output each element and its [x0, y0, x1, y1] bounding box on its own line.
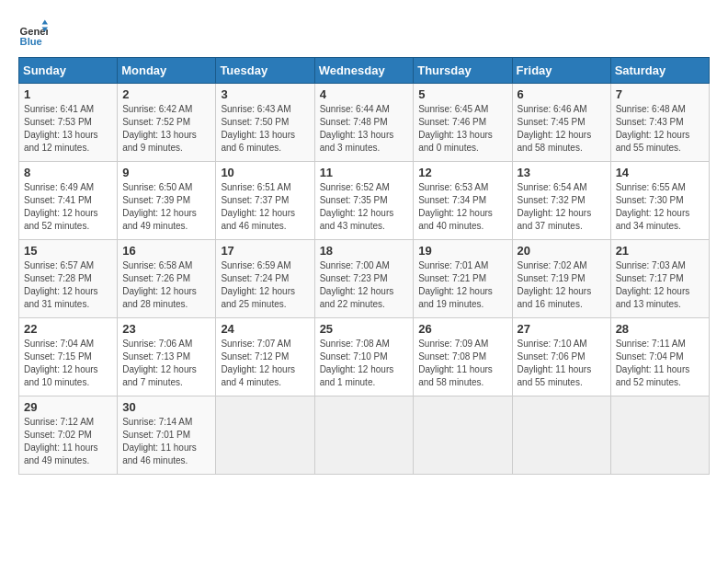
calendar-cell: 2Sunrise: 6:42 AMSunset: 7:52 PMDaylight…	[118, 84, 216, 162]
day-info: Sunrise: 6:49 AMSunset: 7:41 PMDaylight:…	[24, 181, 112, 233]
day-info: Sunrise: 6:52 AMSunset: 7:35 PMDaylight:…	[320, 181, 409, 233]
calendar-cell: 11Sunrise: 6:52 AMSunset: 7:35 PMDayligh…	[314, 162, 414, 240]
calendar-cell: 10Sunrise: 6:51 AMSunset: 7:37 PMDayligh…	[216, 162, 314, 240]
day-number: 26	[418, 322, 506, 336]
calendar-cell: 5Sunrise: 6:45 AMSunset: 7:46 PMDaylight…	[414, 84, 512, 162]
weekday-header-sunday: Sunday	[19, 58, 118, 84]
day-info: Sunrise: 6:54 AMSunset: 7:32 PMDaylight:…	[518, 181, 606, 233]
day-info: Sunrise: 6:45 AMSunset: 7:46 PMDaylight:…	[418, 103, 506, 155]
calendar-cell	[610, 396, 709, 475]
day-info: Sunrise: 6:44 AMSunset: 7:48 PMDaylight:…	[320, 103, 409, 155]
day-number: 21	[616, 244, 704, 258]
weekday-header-thursday: Thursday	[414, 58, 512, 84]
calendar-cell: 29Sunrise: 7:12 AMSunset: 7:02 PMDayligh…	[19, 396, 118, 475]
day-info: Sunrise: 6:55 AMSunset: 7:30 PMDaylight:…	[616, 181, 704, 233]
day-number: 9	[122, 166, 210, 179]
day-number: 1	[24, 87, 112, 101]
day-info: Sunrise: 6:42 AMSunset: 7:52 PMDaylight:…	[122, 103, 210, 155]
day-number: 27	[518, 322, 606, 336]
day-info: Sunrise: 6:53 AMSunset: 7:34 PMDaylight:…	[418, 181, 506, 233]
calendar-table: SundayMondayTuesdayWednesdayThursdayFrid…	[18, 57, 710, 475]
day-info: Sunrise: 6:43 AMSunset: 7:50 PMDaylight:…	[221, 103, 309, 155]
day-number: 8	[24, 166, 112, 179]
weekday-header-wednesday: Wednesday	[314, 58, 414, 84]
day-number: 3	[221, 87, 309, 101]
week-row-4: 22Sunrise: 7:04 AMSunset: 7:15 PMDayligh…	[19, 318, 710, 396]
calendar-cell: 24Sunrise: 7:07 AMSunset: 7:12 PMDayligh…	[216, 318, 314, 396]
day-info: Sunrise: 7:11 AMSunset: 7:04 PMDaylight:…	[616, 338, 704, 389]
day-number: 29	[24, 400, 112, 414]
calendar-cell: 8Sunrise: 6:49 AMSunset: 7:41 PMDaylight…	[19, 162, 118, 240]
day-info: Sunrise: 7:06 AMSunset: 7:13 PMDaylight:…	[122, 338, 210, 389]
day-info: Sunrise: 6:46 AMSunset: 7:45 PMDaylight:…	[518, 103, 606, 155]
calendar-cell: 1Sunrise: 6:41 AMSunset: 7:53 PMDaylight…	[19, 84, 118, 162]
week-row-1: 1Sunrise: 6:41 AMSunset: 7:53 PMDaylight…	[19, 84, 710, 162]
calendar-cell	[216, 396, 314, 475]
calendar-cell: 21Sunrise: 7:03 AMSunset: 7:17 PMDayligh…	[610, 240, 709, 318]
day-number: 17	[221, 244, 309, 258]
day-number: 10	[221, 166, 309, 179]
day-info: Sunrise: 6:51 AMSunset: 7:37 PMDaylight:…	[221, 181, 309, 233]
svg-text:General: General	[20, 26, 48, 37]
calendar-cell: 14Sunrise: 6:55 AMSunset: 7:30 PMDayligh…	[610, 162, 709, 240]
calendar-cell: 17Sunrise: 6:59 AMSunset: 7:24 PMDayligh…	[216, 240, 314, 318]
day-info: Sunrise: 7:08 AMSunset: 7:10 PMDaylight:…	[320, 338, 409, 389]
svg-marker-2	[42, 20, 48, 25]
day-number: 4	[320, 87, 409, 101]
weekday-header-friday: Friday	[512, 58, 610, 84]
calendar-cell: 6Sunrise: 6:46 AMSunset: 7:45 PMDaylight…	[512, 84, 610, 162]
day-number: 13	[518, 166, 606, 179]
day-info: Sunrise: 7:02 AMSunset: 7:19 PMDaylight:…	[518, 259, 606, 311]
calendar-cell: 13Sunrise: 6:54 AMSunset: 7:32 PMDayligh…	[512, 162, 610, 240]
day-number: 19	[418, 244, 506, 258]
day-info: Sunrise: 6:58 AMSunset: 7:26 PMDaylight:…	[122, 259, 210, 311]
weekday-header-saturday: Saturday	[610, 58, 709, 84]
day-number: 6	[518, 87, 606, 101]
day-number: 20	[518, 244, 606, 258]
calendar-cell: 23Sunrise: 7:06 AMSunset: 7:13 PMDayligh…	[118, 318, 216, 396]
calendar-cell	[512, 396, 610, 475]
calendar-cell: 26Sunrise: 7:09 AMSunset: 7:08 PMDayligh…	[414, 318, 512, 396]
calendar-cell: 27Sunrise: 7:10 AMSunset: 7:06 PMDayligh…	[512, 318, 610, 396]
day-number: 2	[122, 87, 210, 101]
day-number: 14	[616, 166, 704, 179]
logo-icon: General Blue	[18, 18, 48, 48]
day-number: 22	[24, 322, 112, 336]
week-row-2: 8Sunrise: 6:49 AMSunset: 7:41 PMDaylight…	[19, 162, 710, 240]
day-info: Sunrise: 7:00 AMSunset: 7:23 PMDaylight:…	[320, 259, 409, 311]
calendar-cell: 12Sunrise: 6:53 AMSunset: 7:34 PMDayligh…	[414, 162, 512, 240]
day-info: Sunrise: 7:04 AMSunset: 7:15 PMDaylight:…	[24, 338, 112, 389]
weekday-header-monday: Monday	[118, 58, 216, 84]
calendar-cell: 30Sunrise: 7:14 AMSunset: 7:01 PMDayligh…	[118, 396, 216, 475]
day-number: 18	[320, 244, 409, 258]
day-info: Sunrise: 6:50 AMSunset: 7:39 PMDaylight:…	[122, 181, 210, 233]
week-row-5: 29Sunrise: 7:12 AMSunset: 7:02 PMDayligh…	[19, 396, 710, 475]
day-info: Sunrise: 7:10 AMSunset: 7:06 PMDaylight:…	[518, 338, 606, 389]
logo: General Blue	[18, 18, 51, 48]
day-number: 5	[418, 87, 506, 101]
week-row-3: 15Sunrise: 6:57 AMSunset: 7:28 PMDayligh…	[19, 240, 710, 318]
day-info: Sunrise: 6:57 AMSunset: 7:28 PMDaylight:…	[24, 259, 112, 311]
calendar-cell: 15Sunrise: 6:57 AMSunset: 7:28 PMDayligh…	[19, 240, 118, 318]
calendar-cell: 7Sunrise: 6:48 AMSunset: 7:43 PMDaylight…	[610, 84, 709, 162]
day-number: 11	[320, 166, 409, 179]
day-info: Sunrise: 7:07 AMSunset: 7:12 PMDaylight:…	[221, 338, 309, 389]
day-info: Sunrise: 7:12 AMSunset: 7:02 PMDaylight:…	[24, 416, 112, 467]
calendar-cell: 22Sunrise: 7:04 AMSunset: 7:15 PMDayligh…	[19, 318, 118, 396]
day-info: Sunrise: 6:48 AMSunset: 7:43 PMDaylight:…	[616, 103, 704, 155]
day-number: 25	[320, 322, 409, 336]
day-info: Sunrise: 7:14 AMSunset: 7:01 PMDaylight:…	[122, 416, 210, 467]
calendar-body: 1Sunrise: 6:41 AMSunset: 7:53 PMDaylight…	[19, 84, 710, 475]
calendar-cell: 3Sunrise: 6:43 AMSunset: 7:50 PMDaylight…	[216, 84, 314, 162]
calendar-cell	[414, 396, 512, 475]
weekday-header-tuesday: Tuesday	[216, 58, 314, 84]
day-info: Sunrise: 7:09 AMSunset: 7:08 PMDaylight:…	[418, 338, 506, 389]
calendar-cell: 9Sunrise: 6:50 AMSunset: 7:39 PMDaylight…	[118, 162, 216, 240]
day-number: 30	[122, 400, 210, 414]
day-number: 16	[122, 244, 210, 258]
calendar-cell: 20Sunrise: 7:02 AMSunset: 7:19 PMDayligh…	[512, 240, 610, 318]
day-number: 24	[221, 322, 309, 336]
day-info: Sunrise: 6:41 AMSunset: 7:53 PMDaylight:…	[24, 103, 112, 155]
calendar-cell	[314, 396, 414, 475]
page-header: General Blue	[18, 18, 710, 48]
